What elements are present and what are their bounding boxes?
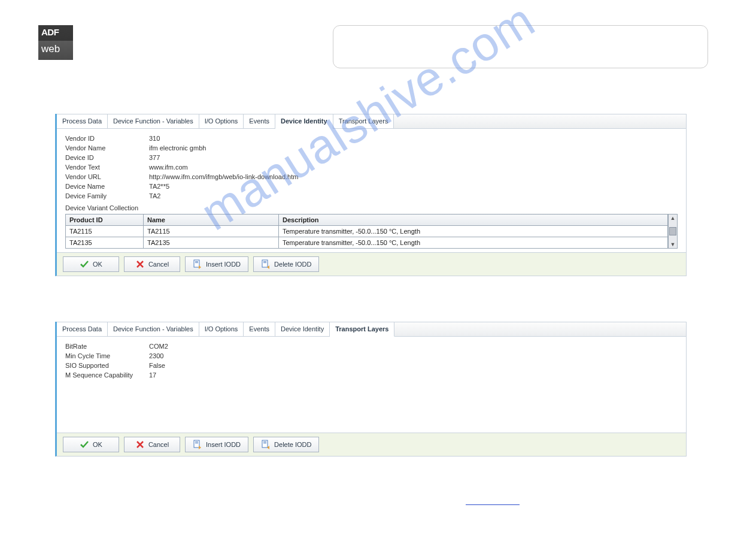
scroll-down-icon[interactable]: ▼ bbox=[670, 241, 676, 247]
field-value: TA2**5 bbox=[149, 183, 169, 190]
kv-vendor-name: Vendor Nameifm electronic gmbh bbox=[65, 144, 678, 152]
svg-rect-7 bbox=[195, 442, 198, 442]
svg-rect-4 bbox=[263, 261, 266, 262]
svg-rect-5 bbox=[263, 262, 266, 263]
insert-iodd-label: Insert IODD bbox=[206, 441, 241, 448]
delete-iodd-label: Delete IODD bbox=[274, 261, 311, 268]
checkmark-icon bbox=[80, 259, 89, 269]
document-add-icon bbox=[193, 440, 202, 449]
tab-process-data[interactable]: Process Data bbox=[57, 114, 108, 128]
cell-product-id: TA2115 bbox=[66, 226, 144, 237]
cell-description: Temperature transmitter, -50.0...150 °C,… bbox=[279, 237, 668, 249]
tab-transport-layers[interactable]: Transport Layers bbox=[330, 322, 394, 337]
cell-name: TA2115 bbox=[144, 226, 279, 237]
tab-device-identity[interactable]: Device Identity bbox=[275, 114, 333, 129]
field-value: 377 bbox=[149, 154, 160, 161]
field-label: M Sequence Capability bbox=[65, 371, 149, 379]
device-variant-table: Product ID Name Description TA2115 TA211… bbox=[65, 214, 668, 249]
button-bar-2: OK Cancel Insert IODD Delete IODD bbox=[57, 433, 686, 456]
tab-events[interactable]: Events bbox=[244, 114, 275, 128]
insert-iodd-button[interactable]: Insert IODD bbox=[185, 437, 248, 452]
ok-label: OK bbox=[93, 261, 102, 268]
cancel-button[interactable]: Cancel bbox=[124, 256, 180, 272]
delete-iodd-button[interactable]: Delete IODD bbox=[253, 437, 319, 452]
scroll-up-icon[interactable]: ▲ bbox=[670, 215, 676, 221]
kv-vendor-id: Vendor ID310 bbox=[65, 135, 678, 142]
field-value: www.ifm.com bbox=[149, 164, 188, 171]
field-label: Device Name bbox=[65, 183, 149, 190]
field-value: 17 bbox=[149, 371, 156, 379]
field-value: ifm electronic gmbh bbox=[149, 144, 206, 152]
field-value: 2300 bbox=[149, 352, 163, 359]
tab-transport-layers[interactable]: Transport Layers bbox=[333, 114, 394, 128]
tabbar-1: Process Data Device Function - Variables… bbox=[57, 114, 686, 129]
col-description[interactable]: Description bbox=[279, 214, 668, 226]
cell-product-id: TA2135 bbox=[66, 237, 144, 249]
x-icon bbox=[135, 259, 145, 269]
delete-iodd-label: Delete IODD bbox=[274, 441, 311, 448]
col-product-id[interactable]: Product ID bbox=[66, 214, 144, 226]
ok-button[interactable]: OK bbox=[63, 437, 119, 452]
device-variant-collection-label: Device Variant Collection bbox=[65, 204, 678, 211]
header-empty-box bbox=[333, 25, 708, 68]
svg-rect-2 bbox=[195, 262, 198, 263]
logo-web: web bbox=[38, 41, 73, 60]
field-value: False bbox=[149, 362, 165, 369]
tab-io-options[interactable]: I/O Options bbox=[199, 322, 244, 336]
kv-device-id: Device ID377 bbox=[65, 154, 678, 161]
footer-link-underline bbox=[466, 504, 520, 505]
kv-vendor-text: Vendor Textwww.ifm.com bbox=[65, 164, 678, 171]
kv-sio-supported: SIO SupportedFalse bbox=[65, 362, 678, 369]
ok-label: OK bbox=[93, 441, 102, 448]
cancel-button[interactable]: Cancel bbox=[124, 437, 180, 452]
tabbar-filler bbox=[394, 114, 686, 128]
svg-rect-11 bbox=[263, 443, 266, 443]
field-label: Vendor Text bbox=[65, 164, 149, 171]
document-remove-icon bbox=[261, 259, 271, 269]
svg-rect-9 bbox=[262, 440, 268, 448]
col-name[interactable]: Name bbox=[144, 214, 279, 226]
svg-rect-6 bbox=[194, 440, 199, 448]
transport-layers-panel: Process Data Device Function - Variables… bbox=[55, 322, 687, 457]
document-remove-icon bbox=[261, 440, 271, 449]
field-label: Device ID bbox=[65, 154, 149, 161]
tab-events[interactable]: Events bbox=[244, 322, 275, 336]
svg-rect-8 bbox=[195, 443, 198, 443]
tab-device-function-variables[interactable]: Device Function - Variables bbox=[108, 114, 199, 128]
tabbar-2: Process Data Device Function - Variables… bbox=[57, 322, 686, 337]
field-label: Min Cycle Time bbox=[65, 352, 149, 359]
field-label: Vendor ID bbox=[65, 135, 149, 142]
tabbar-filler bbox=[394, 322, 686, 336]
cell-name: TA2135 bbox=[144, 237, 279, 249]
svg-rect-1 bbox=[195, 261, 198, 262]
ok-button[interactable]: OK bbox=[63, 256, 119, 272]
svg-rect-3 bbox=[262, 260, 268, 267]
field-label: BitRate bbox=[65, 343, 149, 350]
logo-adf: ADF bbox=[38, 25, 73, 41]
scroll-thumb[interactable] bbox=[669, 227, 676, 235]
device-identity-panel: Process Data Device Function - Variables… bbox=[55, 114, 687, 276]
tab-process-data[interactable]: Process Data bbox=[57, 322, 108, 336]
panel1-body: Vendor ID310 Vendor Nameifm electronic g… bbox=[57, 129, 686, 252]
insert-iodd-button[interactable]: Insert IODD bbox=[185, 256, 248, 272]
field-label: Device Family bbox=[65, 192, 149, 200]
field-value: COM2 bbox=[149, 343, 168, 350]
insert-iodd-label: Insert IODD bbox=[206, 261, 241, 268]
delete-iodd-button[interactable]: Delete IODD bbox=[253, 256, 319, 272]
svg-rect-0 bbox=[194, 260, 199, 267]
table-row[interactable]: TA2135 TA2135 Temperature transmitter, -… bbox=[66, 237, 668, 249]
kv-min-cycle-time: Min Cycle Time2300 bbox=[65, 352, 678, 359]
tab-io-options[interactable]: I/O Options bbox=[199, 114, 244, 128]
table-row[interactable]: TA2115 TA2115 Temperature transmitter, -… bbox=[66, 226, 668, 237]
table-vertical-scrollbar[interactable]: ▲ ▼ bbox=[668, 214, 678, 249]
document-add-icon bbox=[193, 259, 202, 269]
field-label: Vendor Name bbox=[65, 144, 149, 152]
field-value: TA2 bbox=[149, 192, 160, 200]
field-label: SIO Supported bbox=[65, 362, 149, 369]
checkmark-icon bbox=[80, 440, 89, 449]
tab-device-function-variables[interactable]: Device Function - Variables bbox=[108, 322, 199, 336]
tab-device-identity[interactable]: Device Identity bbox=[275, 322, 330, 336]
field-value: http://www.ifm.com/ifmgb/web/io-link-dow… bbox=[149, 173, 298, 180]
kv-device-family: Device FamilyTA2 bbox=[65, 192, 678, 200]
cell-description: Temperature transmitter, -50.0...150 °C,… bbox=[279, 226, 668, 237]
